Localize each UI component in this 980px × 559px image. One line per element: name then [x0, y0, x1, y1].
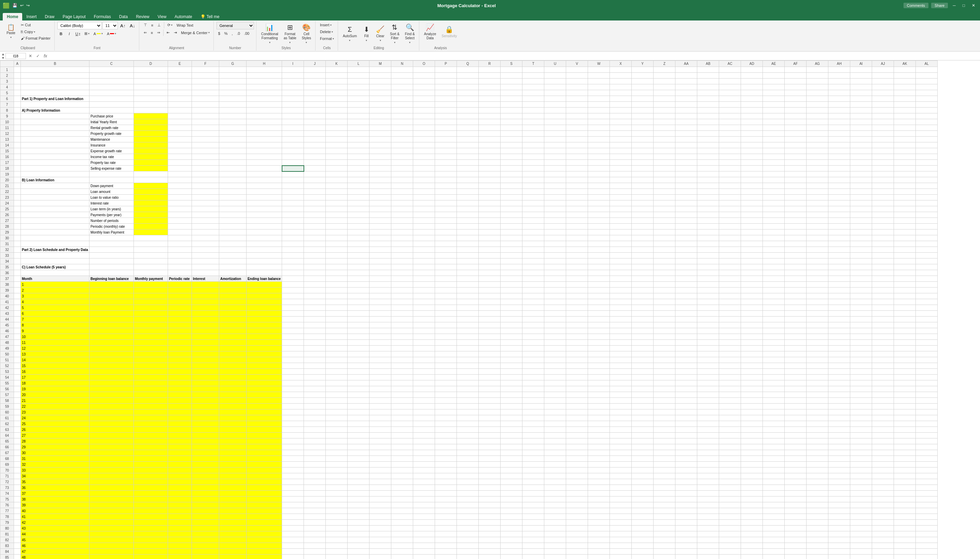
cell-W80[interactable]	[588, 526, 610, 531]
cell-AE19[interactable]	[763, 171, 785, 177]
cell-AE1[interactable]	[763, 67, 785, 73]
cell-AJ85[interactable]	[872, 554, 894, 559]
cell-O69[interactable]	[413, 462, 435, 468]
cell-M19[interactable]	[369, 171, 391, 177]
cell-AF27[interactable]	[785, 218, 806, 224]
cell-AB23[interactable]	[697, 195, 719, 200]
cell-V51[interactable]	[566, 357, 588, 363]
cell-G60[interactable]	[219, 409, 246, 415]
row-header-21[interactable]: 21	[0, 183, 14, 189]
cell-V44[interactable]	[566, 317, 588, 322]
cell-X83[interactable]	[610, 543, 632, 549]
cell-AB15[interactable]	[697, 148, 719, 154]
cell-AD49[interactable]	[741, 346, 763, 351]
cell-AA19[interactable]	[676, 171, 697, 177]
cell-C80[interactable]	[89, 526, 134, 531]
cell-O6[interactable]	[413, 96, 435, 102]
cell-X69[interactable]	[610, 462, 632, 468]
cell-AL74[interactable]	[916, 491, 938, 496]
cell-Z71[interactable]	[654, 473, 676, 479]
cell-AK71[interactable]	[894, 473, 916, 479]
cell-AG69[interactable]	[806, 462, 828, 468]
cell-V19[interactable]	[566, 171, 588, 177]
cell-M15[interactable]	[369, 148, 391, 154]
cell-AG76[interactable]	[806, 502, 828, 508]
cell-AJ3[interactable]	[872, 79, 894, 84]
cell-A1[interactable]	[14, 67, 21, 73]
cell-S63[interactable]	[501, 427, 522, 433]
cell-AD5[interactable]	[741, 90, 763, 96]
cell-T18[interactable]	[522, 165, 544, 171]
cell-E19[interactable]	[168, 171, 192, 177]
cell-AF10[interactable]	[785, 119, 806, 125]
cell-C9[interactable]: Purchase price	[89, 113, 134, 119]
cell-U35[interactable]	[544, 264, 566, 270]
cell-Z59[interactable]	[654, 404, 676, 409]
cell-AL46[interactable]	[916, 328, 938, 334]
cell-H68[interactable]	[246, 456, 282, 462]
cell-N57[interactable]	[391, 392, 413, 398]
cell-H2[interactable]	[246, 73, 282, 79]
cell-AH2[interactable]	[828, 73, 850, 79]
cell-Z26[interactable]	[654, 212, 676, 218]
cell-D20[interactable]	[134, 177, 168, 183]
cell-E6[interactable]	[168, 96, 192, 102]
cell-S40[interactable]	[501, 293, 522, 299]
cell-F69[interactable]	[192, 462, 219, 468]
col-header-K[interactable]: K	[326, 61, 348, 67]
cell-D10[interactable]	[134, 119, 168, 125]
cell-AI2[interactable]	[850, 73, 872, 79]
cell-AL47[interactable]	[916, 334, 938, 340]
cell-C46[interactable]	[89, 328, 134, 334]
cell-A69[interactable]	[14, 462, 21, 468]
cell-W76[interactable]	[588, 502, 610, 508]
cell-H62[interactable]	[246, 421, 282, 427]
cell-AB7[interactable]	[697, 102, 719, 108]
cell-Y79[interactable]	[632, 520, 654, 526]
cell-AI18[interactable]	[850, 165, 872, 171]
cell-AB4[interactable]	[697, 84, 719, 90]
cell-B19[interactable]	[21, 171, 89, 177]
cell-AI73[interactable]	[850, 485, 872, 491]
cell-B3[interactable]	[21, 79, 89, 84]
cell-Q16[interactable]	[457, 154, 479, 160]
cell-U58[interactable]	[544, 398, 566, 404]
cell-AB64[interactable]	[697, 433, 719, 438]
cell-AG83[interactable]	[806, 543, 828, 549]
cell-C85[interactable]	[89, 554, 134, 559]
row-header-41[interactable]: 41	[0, 299, 14, 305]
cell-AC36[interactable]	[719, 270, 741, 276]
cell-K40[interactable]	[326, 293, 348, 299]
cell-C21[interactable]: Down payment	[89, 183, 134, 189]
cell-AI3[interactable]	[850, 79, 872, 84]
cell-G40[interactable]	[219, 293, 246, 299]
cell-B41[interactable]: 4	[21, 299, 89, 305]
increase-font-button[interactable]: A↑	[119, 22, 127, 29]
cell-J27[interactable]	[304, 218, 326, 224]
cell-W84[interactable]	[588, 549, 610, 554]
cell-AH72[interactable]	[828, 479, 850, 485]
cell-AB39[interactable]	[697, 288, 719, 293]
cell-Z10[interactable]	[654, 119, 676, 125]
cell-F8[interactable]	[192, 108, 219, 113]
cell-M27[interactable]	[369, 218, 391, 224]
cell-AJ45[interactable]	[872, 322, 894, 328]
cell-X81[interactable]	[610, 531, 632, 537]
cell-AD78[interactable]	[741, 514, 763, 520]
cell-G1[interactable]	[219, 67, 246, 73]
cell-G83[interactable]	[219, 543, 246, 549]
col-header-AE[interactable]: AE	[763, 61, 785, 67]
cell-AA15[interactable]	[676, 148, 697, 154]
cell-A58[interactable]	[14, 398, 21, 404]
cell-T23[interactable]	[522, 195, 544, 200]
col-header-N[interactable]: N	[391, 61, 413, 67]
cell-J18[interactable]	[304, 165, 326, 171]
cell-I57[interactable]	[282, 392, 304, 398]
cell-U26[interactable]	[544, 212, 566, 218]
cell-G8[interactable]	[219, 108, 246, 113]
cell-P80[interactable]	[435, 526, 457, 531]
cell-Q10[interactable]	[457, 119, 479, 125]
cell-X44[interactable]	[610, 317, 632, 322]
cell-Z32[interactable]	[654, 247, 676, 253]
cell-C24[interactable]: Interest rate	[89, 200, 134, 206]
